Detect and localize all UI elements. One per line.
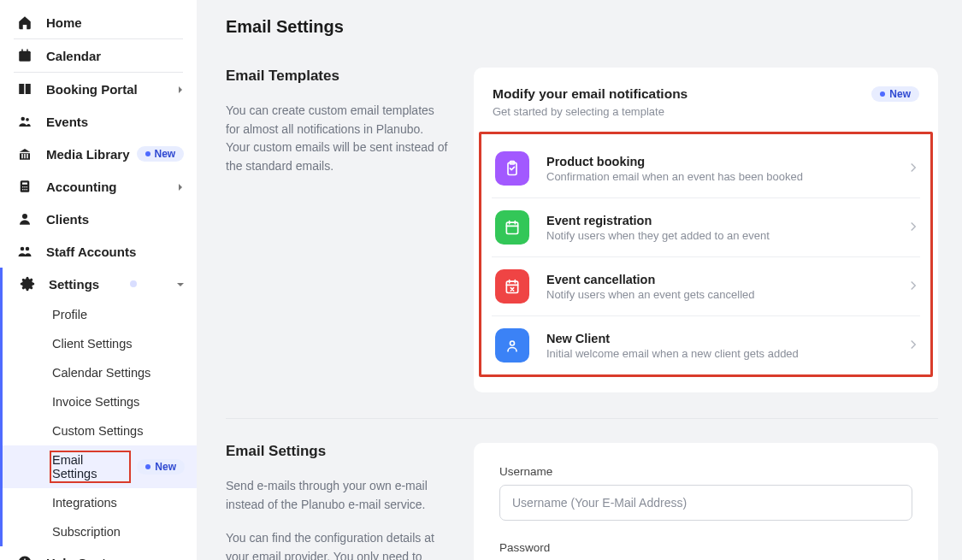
svg-point-16 [24,189,26,191]
chevron-right-icon [910,220,917,235]
home-icon [15,15,34,30]
section-desc-smtp: Send e-mails through your own e-mail ins… [226,477,448,514]
sidebar-item-clients[interactable]: Clients [0,203,197,235]
sidebar-sub-label: Subscription [52,525,121,539]
sidebar-label: Media Library [46,147,130,162]
sidebar-subitem-profile[interactable]: Profile [3,300,197,329]
username-input[interactable] [499,485,912,521]
svg-rect-7 [21,154,23,158]
sidebar-label: Booking Portal [46,82,138,97]
svg-point-20 [26,247,30,251]
section-desc-smtp-2: You can find the configuration details a… [226,529,448,560]
chevron-right-icon [910,338,917,353]
new-badge: New [137,459,185,475]
sidebar-label: Clients [46,212,89,227]
sidebar-sub-label: Calendar Settings [52,366,150,380]
sidebar-item-events[interactable]: Events [0,105,197,138]
sidebar-sub-label: Email Settings [52,453,128,480]
clipboard-icon [495,151,529,186]
sidebar-subitem-client-settings[interactable]: Client Settings [3,329,197,358]
svg-point-14 [27,186,28,188]
template-row-event-registration[interactable]: Event registrationNotify users when they… [492,198,920,257]
template-title: Event cancellation [546,273,910,286]
sidebar-sub-label: Invoice Settings [52,395,139,409]
sidebar-label: Home [46,15,82,30]
sidebar-subitem-calendar-settings[interactable]: Calendar Settings [3,358,197,387]
template-title: Event registration [546,214,910,227]
sidebar-subitem-email-settings[interactable]: Email SettingsNew [3,445,197,488]
sidebar-label: Help Center [46,556,118,561]
info-icon [15,555,34,560]
password-label: Password [499,541,912,554]
chevron-right-icon [176,556,185,561]
sidebar-item-media-library[interactable]: Media LibraryNew [0,138,197,170]
chevron-right-icon [910,161,917,176]
sidebar-sub-label: Client Settings [52,337,133,351]
template-row-event-cancellation[interactable]: Event cancellationNotify users when an e… [492,257,920,316]
sidebar: HomeCalendarBooking PortalEventsMedia Li… [0,0,197,560]
staff-icon [15,244,34,259]
divider [226,418,938,419]
template-subtitle: Initial welcome email when a new client … [546,347,910,360]
sidebar-label: Accounting [46,180,117,194]
dot-indicator [130,280,137,287]
svg-point-5 [26,118,29,121]
calc-icon [15,179,34,194]
sidebar-item-booking-portal[interactable]: Booking Portal [0,73,197,105]
sidebar-subitem-invoice-settings[interactable]: Invoice Settings [3,387,197,416]
svg-point-18 [22,214,27,219]
svg-rect-6 [20,152,30,154]
username-label: Username [499,465,912,478]
sidebar-subitem-custom-settings[interactable]: Custom Settings [3,416,197,445]
svg-rect-27 [506,281,517,292]
svg-point-28 [511,341,515,345]
svg-point-13 [24,186,26,188]
sidebar-sub-label: Custom Settings [52,424,143,438]
page-title: Email Settings [226,17,938,37]
sidebar-sub-label: Profile [52,308,87,321]
card-title: Modify your email notifications [493,86,688,102]
sidebar-item-calendar[interactable]: Calendar [14,39,183,73]
chevron-down-icon [176,277,185,292]
calendar-icon [15,48,34,63]
sidebar-item-home[interactable]: Home [14,6,183,39]
chevron-right-icon [176,82,185,97]
svg-point-17 [27,189,28,191]
sidebar-item-settings[interactable]: Settings [3,268,197,300]
section-heading-smtp: Email Settings [226,443,448,460]
svg-point-12 [22,186,24,188]
template-subtitle: Confirmation email when an event has bee… [546,170,910,183]
sidebar-item-help-center[interactable]: Help Center [0,546,197,560]
svg-rect-11 [22,183,27,185]
sidebar-subitem-integrations[interactable]: Integrations [3,488,197,517]
cal-icon [495,210,529,245]
book-icon [15,81,34,97]
svg-point-15 [22,189,24,191]
user-icon [15,211,34,227]
section-heading-templates: Email Templates [226,68,448,85]
gear-icon [18,276,37,292]
templates-highlight-box: Product bookingConfirmation email when a… [479,132,933,377]
chevron-right-icon [910,279,917,294]
sidebar-label: Settings [49,277,99,292]
template-row-new-client[interactable]: New ClientInitial welcome email when a n… [492,316,920,374]
template-title: New Client [546,332,910,345]
templates-card: Modify your email notifications New Get … [474,68,938,392]
svg-rect-8 [24,154,26,158]
svg-rect-2 [21,50,23,53]
cal-x-icon [495,269,529,304]
svg-rect-9 [27,154,28,158]
svg-rect-3 [27,50,28,53]
template-row-product-booking[interactable]: Product bookingConfirmation email when a… [492,139,920,198]
svg-point-4 [21,117,26,121]
smtp-form-card: Username Password [474,443,938,560]
section-desc-templates: You can create custom email templates fo… [226,102,448,176]
main-content: Email Settings Email Templates You can c… [197,0,962,560]
template-title: Product booking [546,155,910,168]
sidebar-subitem-subscription[interactable]: Subscription [3,517,197,546]
card-subtitle: Get started by selecting a template [474,105,938,128]
sidebar-item-accounting[interactable]: Accounting [0,170,197,203]
users-icon [15,114,34,129]
new-badge: New [137,146,185,162]
sidebar-item-staff-accounts[interactable]: Staff Accounts [0,235,197,268]
